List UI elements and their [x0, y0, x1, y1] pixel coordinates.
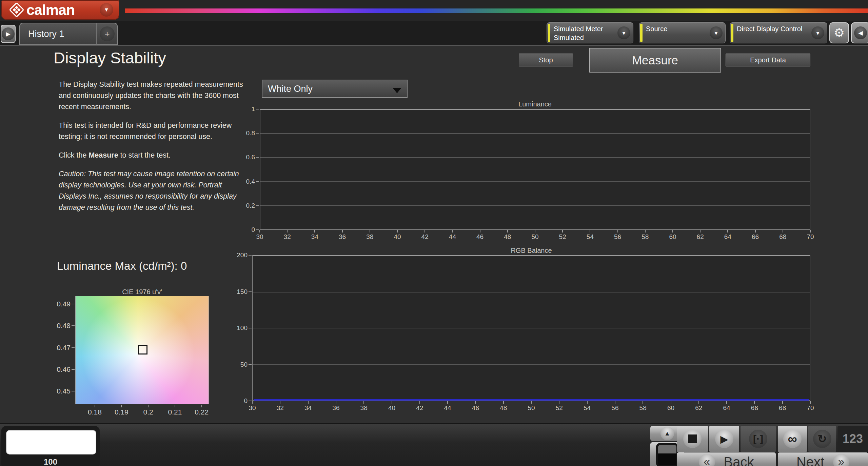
rainbow-spectrum-bar: [125, 8, 868, 13]
back-button-label: Back: [724, 454, 754, 466]
cie-x-axis: 0.180.190.20.210.22: [75, 405, 209, 418]
luminance-x-axis: 3032343638404244464850525456586062646668…: [260, 230, 810, 243]
next-button-label: Next: [796, 454, 824, 466]
bottom-control-bar: 100 ▲ ▶ [·] ∞ ↻ 123 « Back Next »: [0, 423, 868, 466]
meter-dropdown-label: Simulated MeterSimulated: [554, 24, 603, 42]
refresh-icon: ↻: [813, 430, 831, 448]
back-chevrons-icon: «: [699, 454, 715, 466]
cie-y-axis: 0.490.480.470.460.45: [45, 296, 75, 404]
chevron-down-icon: ▼: [811, 26, 824, 39]
single-measure-icon: [·]: [749, 430, 767, 448]
infinity-icon: ∞: [783, 430, 802, 448]
source-status-stripe: [640, 24, 643, 42]
display-control-dropdown[interactable]: Direct Display Control ▼: [730, 22, 827, 43]
single-measure-button[interactable]: [·]: [741, 426, 776, 452]
right-triangle-icon: ▶: [2, 27, 15, 40]
white-pattern-swatch: [6, 430, 96, 454]
rgb-balance-chart-title: RGB Balance: [252, 247, 810, 255]
meter-status-stripe: [548, 24, 550, 42]
back-button[interactable]: « Back: [677, 452, 776, 466]
calman-logo-menu[interactable]: calman ▼: [1, 0, 119, 20]
pattern-level-label: 100: [1, 457, 100, 466]
rgb-balance-y-axis: 200150100500: [210, 255, 252, 401]
refresh-measure-button[interactable]: ↻: [808, 426, 836, 452]
main-menu-dropdown-icon[interactable]: ▼: [100, 3, 113, 17]
play-icon: ▶: [715, 430, 733, 448]
add-tab-button[interactable]: +: [96, 23, 118, 45]
display-control-dropdown-label: Direct Display Control: [737, 24, 802, 33]
next-chevrons-icon: »: [833, 454, 849, 466]
left-triangle-icon: ◀: [854, 26, 867, 39]
calman-logo-text: calman: [26, 2, 100, 18]
play-measure-button[interactable]: ▶: [709, 426, 739, 452]
continuous-measure-button[interactable]: ∞: [778, 426, 807, 452]
luminance-plot-area: [260, 109, 810, 230]
export-data-button[interactable]: Export Data: [726, 54, 810, 66]
tab-label: History 1: [19, 23, 96, 45]
meter-dropdown[interactable]: Simulated MeterSimulated ▼: [547, 22, 633, 43]
pattern-preview-box: 100: [1, 426, 100, 466]
gear-icon: ⚙: [834, 26, 845, 40]
stop-measure-button[interactable]: [677, 426, 708, 452]
measure-button[interactable]: Measure: [589, 48, 721, 73]
rgb-balance-plot-area: [252, 255, 810, 401]
pattern-mode-dropdown[interactable]: White Only: [262, 80, 408, 98]
up-arrow-icon: ▲: [660, 427, 674, 440]
app-header: calman ▼: [0, 0, 868, 21]
pattern-window-icon: [656, 443, 678, 466]
chevron-down-icon: [393, 88, 401, 93]
cie-chart-title: CIE 1976 u'v': [75, 288, 209, 296]
chevron-down-icon: ▼: [617, 26, 630, 39]
stop-button[interactable]: Stop: [519, 54, 573, 66]
stop-square-icon: [683, 430, 702, 448]
settings-gear-button[interactable]: ⚙: [829, 22, 849, 43]
intro-paragraph-1: The Display Stability test makes repeate…: [59, 79, 249, 113]
rgb-balance-x-axis: 3032343638404244464850525456586062646668…: [252, 401, 810, 414]
expand-left-panel-button[interactable]: ▶: [1, 25, 16, 43]
measure-counter: 123: [837, 426, 868, 452]
collapse-right-panel-button[interactable]: ◀: [851, 22, 868, 43]
calman-logo-icon: [9, 2, 24, 18]
plus-icon: +: [100, 26, 115, 41]
luminance-y-axis: 10.80.60.40.20: [217, 109, 260, 230]
tab-history-1[interactable]: History 1 +: [19, 23, 118, 45]
pattern-mode-value: White Only: [268, 84, 313, 94]
cie-measurement-marker: [138, 345, 147, 354]
next-button[interactable]: Next »: [778, 452, 868, 466]
luminance-max-readout: Luminance Max (cd/m²): 0: [57, 260, 187, 272]
page-title: Display Stability: [54, 48, 166, 67]
chevron-down-icon: ▼: [710, 26, 723, 39]
tab-strip: ▶ History 1 + Simulated MeterSimulated ▼…: [0, 21, 868, 46]
display-control-status-stripe: [731, 24, 733, 42]
cie-plot-area: [75, 296, 209, 404]
source-dropdown-label: Source: [646, 24, 667, 33]
calman-app-window: calman ▼ ▶ History 1 + Simulated MeterSi…: [0, 0, 868, 466]
luminance-chart-title: Luminance: [260, 100, 810, 108]
source-dropdown[interactable]: Source ▼: [639, 22, 726, 43]
